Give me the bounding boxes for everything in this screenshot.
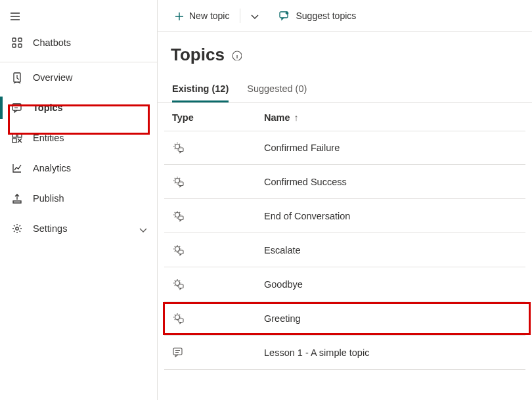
topic-row[interactable]: Confirmed Success — [164, 165, 525, 199]
overview-icon — [11, 71, 24, 84]
sidebar: Chatbots OverviewTopicsEntitiesAnalytics… — [0, 0, 158, 400]
nav-item-overview[interactable]: Overview — [0, 62, 157, 93]
nav-chatbots[interactable]: Chatbots — [0, 28, 157, 58]
sort-ascending-icon: ↑ — [294, 112, 299, 123]
column-type[interactable]: Type — [172, 112, 264, 123]
suggest-topics-button[interactable]: Suggest topics — [272, 4, 363, 28]
suggest-icon — [278, 10, 290, 22]
tab[interactable]: Suggested (0) — [247, 83, 307, 102]
topic-name: Confirmed Failure — [264, 143, 340, 153]
column-name-label: Name — [264, 112, 290, 123]
nav-item-publish[interactable]: Publish — [0, 183, 157, 213]
chevron-down-icon — [137, 224, 146, 233]
new-topic-label: New topic — [189, 11, 229, 21]
command-bar: New topic Suggest topics — [158, 0, 532, 32]
topic-name: End of Conversation — [264, 211, 350, 221]
hamburger-button[interactable] — [0, 4, 157, 28]
topic-type-icon — [172, 346, 185, 359]
topic-row[interactable]: End of Conversation — [164, 199, 525, 233]
analytics-icon — [11, 162, 24, 175]
plus-icon — [173, 11, 184, 21]
tab[interactable]: Existing (12) — [172, 83, 229, 102]
nav-item-label: Overview — [33, 72, 72, 83]
nav-item-label: Topics — [33, 102, 63, 113]
topic-row[interactable]: Greeting — [164, 301, 525, 336]
publish-icon — [11, 192, 24, 205]
topic-row[interactable]: Escalate — [164, 233, 525, 267]
hamburger-icon — [9, 11, 148, 22]
topic-type-icon — [172, 210, 185, 223]
topic-type-icon — [172, 278, 185, 291]
nav-item-label: Analytics — [33, 163, 71, 173]
topics-icon — [11, 101, 24, 114]
info-icon[interactable] — [231, 50, 242, 60]
grid-icon — [11, 36, 24, 49]
main-content: New topic Suggest topics Topics Existing… — [158, 0, 532, 400]
entities-icon — [11, 131, 24, 144]
page-title: Topics — [171, 45, 225, 65]
new-topic-button[interactable]: New topic — [167, 4, 236, 28]
tabs: Existing (12)Suggested (0) — [158, 72, 532, 103]
topics-table-body: Confirmed FailureConfirmed SuccessEnd of… — [158, 131, 532, 370]
topic-row[interactable]: Lesson 1 - A simple topic — [164, 336, 525, 370]
topic-type-icon — [172, 141, 185, 154]
topic-row[interactable]: Confirmed Failure — [164, 131, 525, 165]
new-topic-dropdown[interactable] — [244, 4, 264, 28]
topic-name: Lesson 1 - A simple topic — [264, 347, 369, 358]
suggest-topics-label: Suggest topics — [296, 11, 356, 21]
topic-name: Escalate — [264, 245, 301, 256]
topic-name: Greeting — [264, 313, 301, 324]
topic-type-icon — [172, 312, 185, 325]
nav-item-analytics[interactable]: Analytics — [0, 153, 157, 183]
topic-row[interactable]: Goodbye — [164, 267, 525, 301]
nav-item-settings[interactable]: Settings — [0, 213, 157, 244]
nav-item-entities[interactable]: Entities — [0, 123, 157, 153]
nav-chatbots-label: Chatbots — [33, 37, 71, 48]
topic-type-icon — [172, 244, 185, 257]
settings-icon — [11, 222, 24, 235]
command-separator — [240, 9, 240, 23]
topic-name: Goodbye — [264, 279, 303, 290]
nav-item-label: Entities — [33, 133, 64, 143]
nav-item-topics[interactable]: Topics — [0, 93, 157, 123]
column-name[interactable]: Name ↑ — [264, 112, 299, 123]
chevron-down-icon — [249, 11, 259, 21]
table-header: Type Name ↑ — [158, 103, 532, 131]
nav-item-label: Settings — [33, 223, 67, 234]
topic-name: Confirmed Success — [264, 177, 347, 187]
topic-type-icon — [172, 175, 185, 189]
nav-item-label: Publish — [33, 193, 64, 204]
